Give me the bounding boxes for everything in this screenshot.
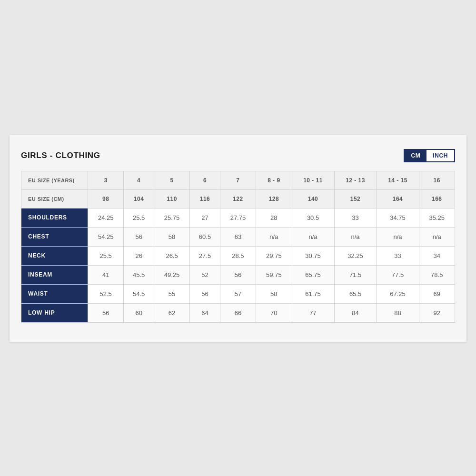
cell-2-7: 32.25 (334, 246, 377, 265)
chart-title: GIRLS - CLOTHING (21, 151, 100, 160)
unit-toggle[interactable]: CM INCH (404, 149, 455, 162)
cell-0-7: 33 (334, 208, 377, 227)
table-row: WAIST52.554.55556575861.7565.567.2569 (21, 284, 455, 303)
table-row: LOW HIP56606264667077848892 (21, 303, 455, 322)
cell-0-3: 27 (190, 208, 220, 227)
cell-5-0: 56 (88, 303, 124, 322)
cell-4-8: 67.25 (377, 284, 419, 303)
cell-0-5: 28 (256, 208, 292, 227)
cm-header-8: 164 (377, 189, 419, 208)
cell-4-2: 55 (154, 284, 189, 303)
row-label-3: INSEAM (21, 265, 88, 284)
row-label-0: SHOULDERS (21, 208, 88, 227)
cell-3-9: 78.5 (419, 265, 455, 284)
year-header-8: 14 - 15 (377, 171, 419, 189)
cell-5-2: 62 (154, 303, 189, 322)
cell-5-6: 77 (292, 303, 334, 322)
cell-2-2: 26.5 (154, 246, 189, 265)
cell-4-0: 52.5 (88, 284, 124, 303)
cell-2-0: 25.5 (88, 246, 124, 265)
row-label-5: LOW HIP (21, 303, 88, 322)
cell-0-6: 30.5 (292, 208, 334, 227)
year-header-6: 10 - 11 (292, 171, 334, 189)
cell-3-4: 56 (220, 265, 256, 284)
cell-2-9: 34 (419, 246, 455, 265)
cell-1-3: 60.5 (190, 227, 220, 246)
cm-header-1: 104 (124, 189, 154, 208)
cell-4-1: 54.5 (124, 284, 154, 303)
cell-1-5: n/a (256, 227, 292, 246)
year-header-0: 3 (88, 171, 124, 189)
cell-5-1: 60 (124, 303, 154, 322)
cm-header-0: 98 (88, 189, 124, 208)
cm-header-4: 122 (220, 189, 256, 208)
cell-4-6: 61.75 (292, 284, 334, 303)
cell-4-5: 58 (256, 284, 292, 303)
chart-header: GIRLS - CLOTHING CM INCH (21, 149, 455, 162)
cell-4-4: 57 (220, 284, 256, 303)
cell-0-1: 25.5 (124, 208, 154, 227)
table-row: CHEST54.25565860.563n/an/an/an/an/a (21, 227, 455, 246)
eu-size-years-row: EU SIZE (YEARS)345678 - 910 - 1112 - 131… (21, 171, 455, 189)
cm-header-7: 152 (334, 189, 377, 208)
cell-2-5: 29.75 (256, 246, 292, 265)
eu-size-years-label: EU SIZE (YEARS) (21, 171, 88, 189)
cell-1-9: n/a (419, 227, 455, 246)
cell-1-7: n/a (334, 227, 377, 246)
cell-0-2: 25.75 (154, 208, 189, 227)
cell-4-7: 65.5 (334, 284, 377, 303)
cell-5-5: 70 (256, 303, 292, 322)
cell-2-1: 26 (124, 246, 154, 265)
row-label-2: NECK (21, 246, 88, 265)
cell-2-4: 28.5 (220, 246, 256, 265)
cell-0-9: 35.25 (419, 208, 455, 227)
cell-3-8: 77.5 (377, 265, 419, 284)
year-header-1: 4 (124, 171, 154, 189)
size-table: EU SIZE (YEARS)345678 - 910 - 1112 - 131… (21, 171, 455, 323)
eu-size-cm-row: EU SIZE (CM)9810411011612212814015216416… (21, 189, 455, 208)
cell-5-4: 66 (220, 303, 256, 322)
cell-2-8: 33 (377, 246, 419, 265)
cell-0-0: 24.25 (88, 208, 124, 227)
size-chart-card: GIRLS - CLOTHING CM INCH EU SIZE (YEARS)… (10, 135, 466, 342)
table-row: NECK25.52626.527.528.529.7530.7532.25333… (21, 246, 455, 265)
year-header-9: 16 (419, 171, 455, 189)
cell-3-2: 49.25 (154, 265, 189, 284)
cell-3-7: 71.5 (334, 265, 377, 284)
cm-header-5: 128 (256, 189, 292, 208)
cell-5-9: 92 (419, 303, 455, 322)
cell-3-0: 41 (88, 265, 124, 284)
cell-0-4: 27.75 (220, 208, 256, 227)
cell-1-2: 58 (154, 227, 189, 246)
cell-0-8: 34.75 (377, 208, 419, 227)
cm-header-2: 110 (154, 189, 189, 208)
cm-header-3: 116 (190, 189, 220, 208)
cell-1-8: n/a (377, 227, 419, 246)
cell-3-6: 65.75 (292, 265, 334, 284)
row-label-4: WAIST (21, 284, 88, 303)
row-label-1: CHEST (21, 227, 88, 246)
cell-1-1: 56 (124, 227, 154, 246)
cm-button[interactable]: CM (405, 150, 426, 161)
year-header-2: 5 (154, 171, 189, 189)
cell-1-0: 54.25 (88, 227, 124, 246)
cell-5-3: 64 (190, 303, 220, 322)
cell-1-6: n/a (292, 227, 334, 246)
year-header-7: 12 - 13 (334, 171, 377, 189)
eu-size-cm-label: EU SIZE (CM) (21, 189, 88, 208)
cell-2-6: 30.75 (292, 246, 334, 265)
cm-header-9: 166 (419, 189, 455, 208)
cell-3-1: 45.5 (124, 265, 154, 284)
inch-button[interactable]: INCH (426, 150, 454, 161)
cell-3-3: 52 (190, 265, 220, 284)
cell-4-3: 56 (190, 284, 220, 303)
cell-5-7: 84 (334, 303, 377, 322)
cell-2-3: 27.5 (190, 246, 220, 265)
cell-5-8: 88 (377, 303, 419, 322)
cell-1-4: 63 (220, 227, 256, 246)
year-header-3: 6 (190, 171, 220, 189)
cell-4-9: 69 (419, 284, 455, 303)
cm-header-6: 140 (292, 189, 334, 208)
year-header-4: 7 (220, 171, 256, 189)
table-row: INSEAM4145.549.25525659.7565.7571.577.57… (21, 265, 455, 284)
